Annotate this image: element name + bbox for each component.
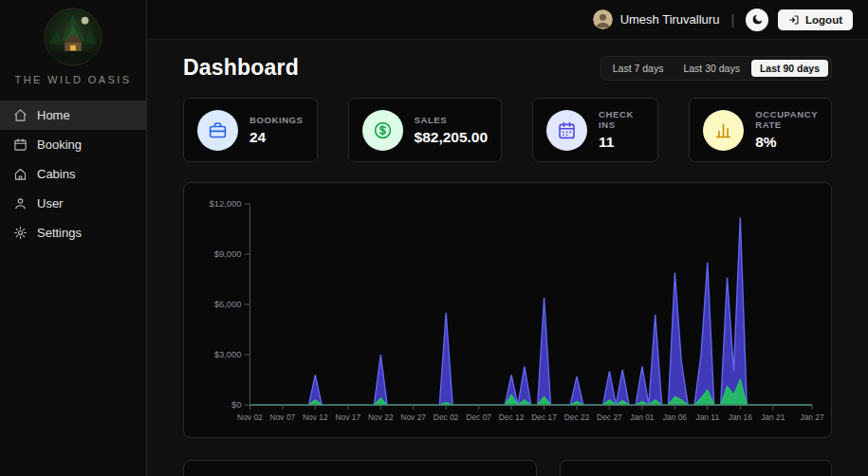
svg-text:Nov 02: Nov 02 — [237, 412, 263, 422]
stat-label: Bookings — [249, 115, 304, 125]
dollar-icon — [362, 110, 403, 151]
sidebar-item-cabins[interactable]: Cabins — [0, 159, 146, 189]
wild-oasis-logo — [44, 8, 102, 66]
stat-text: Sales $82,205.00 — [415, 115, 489, 146]
stat-card-bookings: Bookings 24 — [183, 98, 318, 162]
home-icon — [13, 108, 28, 122]
main-area: Dashboard Last 7 daysLast 30 daysLast 90… — [147, 40, 868, 476]
page-title: Dashboard — [183, 55, 299, 81]
sidebar-item-settings[interactable]: Settings — [0, 218, 146, 247]
sales-area-chart: $0$3,000$6,000$9,000$12,000Nov 02Nov 07N… — [190, 191, 825, 433]
logout-icon — [788, 14, 800, 26]
svg-text:Jan 16: Jan 16 — [729, 412, 753, 422]
svg-text:$9,000: $9,000 — [214, 248, 242, 259]
user-menu[interactable]: Umesh Tiruvalluru — [593, 9, 720, 29]
gear-icon — [13, 226, 28, 240]
sidebar-nav: Home Booking Cabins User Settings — [0, 101, 146, 247]
sidebar-item-home[interactable]: Home — [0, 101, 146, 130]
svg-text:Jan 21: Jan 21 — [761, 412, 785, 422]
page-header-row: Dashboard Last 7 daysLast 30 daysLast 90… — [183, 55, 832, 81]
sidebar-item-user[interactable]: User — [0, 189, 146, 218]
user-icon — [13, 196, 28, 211]
svg-text:Dec 12: Dec 12 — [499, 412, 525, 422]
sidebar-item-label: Booking — [37, 137, 82, 152]
logo-block: THE WILD OASIS — [0, 8, 146, 101]
svg-text:Jan 11: Jan 11 — [695, 412, 719, 422]
svg-text:Dec 07: Dec 07 — [466, 412, 491, 422]
svg-text:Dec 02: Dec 02 — [434, 412, 459, 422]
svg-text:Dec 17: Dec 17 — [531, 412, 557, 422]
stat-value: 11 — [599, 134, 644, 151]
stat-value: 8% — [755, 134, 818, 151]
stat-label: Sales — [415, 115, 489, 125]
svg-text:$6,000: $6,000 — [214, 299, 242, 309]
calendar-icon — [13, 137, 28, 152]
svg-text:Nov 22: Nov 22 — [368, 412, 394, 422]
filter-last-30-days[interactable]: Last 30 days — [674, 60, 748, 77]
svg-text:$0: $0 — [231, 399, 241, 410]
stat-label: Check ins — [599, 109, 644, 130]
chart-bar-icon — [703, 110, 744, 151]
stat-card-occupancy-rate: Occupancy rate 8% — [689, 98, 832, 162]
sidebar-item-label: Settings — [37, 226, 82, 240]
svg-text:Jan 27: Jan 27 — [800, 412, 824, 422]
app-root: THE WILD OASIS Home Booking Cabins User … — [0, 0, 868, 476]
svg-text:Nov 07: Nov 07 — [270, 412, 296, 422]
calendar-days-icon — [546, 110, 587, 151]
bottom-cards-row — [183, 460, 832, 476]
user-name: Umesh Tiruvalluru — [620, 12, 720, 27]
filter-last-7-days[interactable]: Last 7 days — [604, 60, 673, 77]
app-title: THE WILD OASIS — [15, 74, 132, 85]
bottom-card-left — [183, 460, 537, 476]
svg-text:$12,000: $12,000 — [209, 198, 241, 209]
svg-text:Nov 27: Nov 27 — [400, 412, 426, 422]
sidebar: THE WILD OASIS Home Booking Cabins User … — [0, 0, 147, 476]
sidebar-item-label: User — [37, 196, 63, 211]
stat-text: Bookings 24 — [249, 115, 304, 146]
stat-text: Occupancy rate 8% — [755, 109, 818, 151]
dark-mode-toggle[interactable] — [746, 9, 768, 31]
header: Umesh Tiruvalluru | Logout — [147, 0, 868, 40]
date-filter-group: Last 7 daysLast 30 daysLast 90 days — [600, 56, 832, 81]
stat-value: 24 — [249, 129, 304, 146]
sidebar-item-booking[interactable]: Booking — [0, 130, 146, 159]
stat-card-check-ins: Check ins 11 — [532, 98, 658, 162]
logout-button[interactable]: Logout — [778, 9, 853, 30]
x-axis: Nov 02Nov 07Nov 12Nov 17Nov 22Nov 27Dec … — [237, 405, 824, 422]
logout-label: Logout — [805, 14, 842, 26]
svg-text:Dec 27: Dec 27 — [597, 412, 622, 422]
sales-chart-card: $0$3,000$6,000$9,000$12,000Nov 02Nov 07N… — [183, 182, 832, 438]
header-divider: | — [730, 12, 734, 27]
stat-card-sales: Sales $82,205.00 — [348, 98, 503, 162]
svg-text:Jan 01: Jan 01 — [630, 412, 655, 422]
stat-cards-row: Bookings 24 Sales $82,205.00 Check ins 1… — [183, 98, 832, 162]
filter-last-90-days[interactable]: Last 90 days — [751, 60, 828, 77]
svg-text:Jan 06: Jan 06 — [663, 412, 688, 422]
svg-text:$3,000: $3,000 — [214, 349, 242, 359]
svg-text:Dec 22: Dec 22 — [564, 412, 590, 422]
cabin-icon — [13, 167, 28, 181]
moon-icon — [751, 13, 764, 26]
area-total-sales — [249, 217, 812, 405]
stat-text: Check ins 11 — [599, 109, 644, 151]
svg-text:Nov 12: Nov 12 — [303, 412, 328, 422]
user-avatar — [593, 9, 613, 29]
content-column: Umesh Tiruvalluru | Logout Dashboard Las… — [147, 0, 868, 476]
stat-value: $82,205.00 — [415, 129, 489, 146]
bottom-card-right — [560, 460, 832, 476]
svg-text:Nov 17: Nov 17 — [335, 412, 360, 422]
sidebar-item-label: Home — [37, 108, 70, 122]
stat-label: Occupancy rate — [755, 109, 818, 130]
briefcase-icon — [197, 110, 238, 151]
sidebar-item-label: Cabins — [37, 167, 75, 181]
y-axis: $0$3,000$6,000$9,000$12,000 — [209, 198, 249, 410]
